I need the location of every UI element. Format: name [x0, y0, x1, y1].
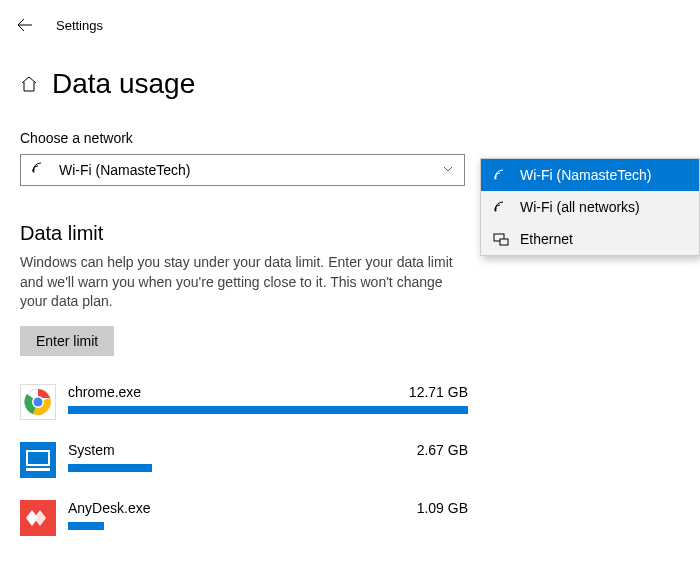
dropdown-option-label: Wi-Fi (NamasteTech) [520, 167, 651, 183]
wifi-icon [493, 167, 509, 183]
chrome-icon [20, 384, 56, 420]
network-label: Choose a network [20, 130, 680, 146]
app-name: chrome.exe [68, 384, 141, 400]
app-usage: 2.67 GB [417, 442, 468, 458]
dropdown-option-wifi-all[interactable]: Wi-Fi (all networks) [481, 191, 699, 223]
app-usage: 12.71 GB [409, 384, 468, 400]
svg-point-0 [33, 171, 35, 173]
dropdown-option-label: Ethernet [520, 231, 573, 247]
page-title: Data usage [52, 68, 195, 100]
ethernet-icon [493, 231, 509, 247]
usage-bar [68, 464, 152, 472]
header-title: Settings [56, 18, 103, 33]
dropdown-option-ethernet[interactable]: Ethernet [481, 223, 699, 255]
arrow-left-icon [16, 16, 34, 34]
app-row: AnyDesk.exe 1.09 GB [20, 500, 680, 536]
dropdown-option-label: Wi-Fi (all networks) [520, 199, 640, 215]
app-row: System 2.67 GB [20, 442, 680, 478]
chevron-down-icon [442, 161, 454, 179]
app-row: chrome.exe 12.71 GB [20, 384, 680, 420]
app-usage-list: chrome.exe 12.71 GB System 2.67 GB [20, 384, 680, 536]
usage-bar [68, 406, 468, 414]
home-icon[interactable] [20, 75, 38, 93]
svg-point-10 [495, 210, 497, 212]
app-name: System [68, 442, 115, 458]
app-usage: 1.09 GB [417, 500, 468, 516]
svg-rect-12 [500, 239, 508, 245]
svg-point-3 [34, 397, 43, 406]
svg-rect-7 [26, 468, 50, 471]
dropdown-option-wifi-namastetech[interactable]: Wi-Fi (NamasteTech) [481, 159, 699, 191]
app-name: AnyDesk.exe [68, 500, 150, 516]
back-button[interactable] [14, 14, 36, 36]
enter-limit-button[interactable]: Enter limit [20, 326, 114, 356]
usage-bar [68, 522, 104, 530]
anydesk-icon [20, 500, 56, 536]
wifi-icon [493, 199, 509, 215]
network-dropdown[interactable]: Wi-Fi (NamasteTech) [20, 154, 465, 186]
svg-point-9 [495, 178, 497, 180]
network-dropdown-popup: Wi-Fi (NamasteTech) Wi-Fi (all networks)… [480, 158, 700, 256]
svg-rect-6 [28, 452, 48, 464]
data-limit-description: Windows can help you stay under your dat… [20, 253, 465, 312]
system-icon [20, 442, 56, 478]
wifi-icon [31, 160, 47, 180]
dropdown-selected-text: Wi-Fi (NamasteTech) [59, 162, 442, 178]
